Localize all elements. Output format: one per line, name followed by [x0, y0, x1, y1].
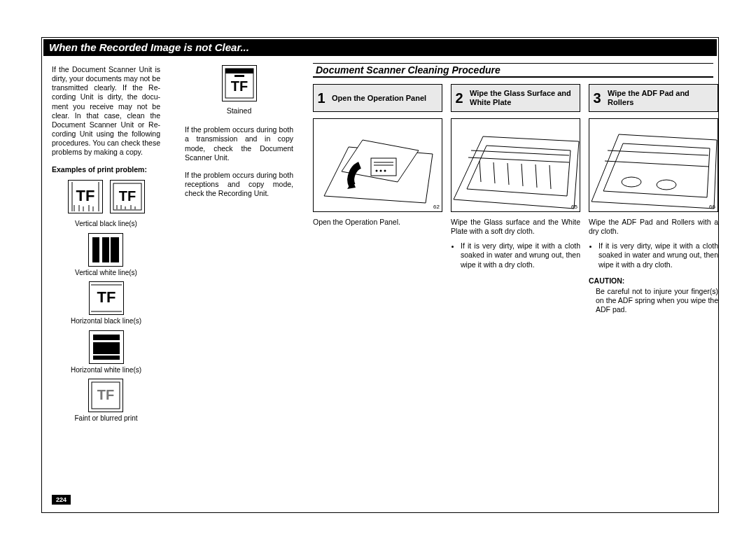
svg-text:TF: TF [230, 78, 247, 94]
steps-row: 1 Open the Operation Panel 62 Open the O… [313, 84, 718, 314]
hbl-label: Horizontal black line(s) [71, 317, 141, 326]
step-1-fignum: 62 [433, 204, 440, 210]
svg-rect-27 [93, 340, 120, 342]
svg-rect-26 [93, 335, 120, 360]
svg-rect-28 [93, 354, 120, 356]
step-2-body: Wipe the Glass surface and the White Pla… [451, 218, 580, 236]
step-2-title: Wipe the Glass Surface and White Plate [467, 85, 580, 111]
step-2-illustration [451, 119, 580, 212]
step-3-caution-body: Be careful not to injure your finger(s) … [589, 287, 718, 314]
example-faint: TF Faint or blurred print [74, 379, 137, 423]
faint-label: Faint or blurred print [74, 414, 137, 423]
step-2-bullet1: If it is very dirty, wipe it with a clot… [461, 241, 580, 269]
step-1-figure: 62 [313, 118, 442, 212]
svg-point-41 [376, 170, 378, 172]
svg-rect-35 [234, 75, 244, 77]
svg-rect-18 [92, 237, 119, 262]
section-header: Document Scanner Cleaning Procedure [313, 63, 713, 78]
col2-p1: If the problem occurs during both a tran… [185, 125, 293, 162]
col2: TF Stained If the problem occurs during … [185, 65, 293, 198]
svg-rect-19 [99, 237, 102, 262]
step-3-fignum: 66 [709, 204, 715, 210]
svg-rect-38 [371, 158, 396, 176]
col2-p2: If the problem occurs during both recept… [185, 171, 293, 198]
vwl-label: Vertical white line(s) [75, 269, 137, 278]
svg-point-42 [380, 170, 382, 172]
intro-column: If the Document Scanner Unit is dirty, y… [52, 65, 160, 423]
step-1-body: Open the Operation Panel. [313, 218, 442, 227]
step-3-bullet1: If it is very dirty, wipe it with a clot… [598, 241, 718, 269]
svg-point-62 [657, 180, 676, 190]
hwl-label: Horizontal white line(s) [71, 366, 141, 375]
step-3-num: 3 [589, 85, 605, 111]
svg-text:TF: TF [97, 387, 114, 402]
svg-rect-20 [109, 237, 111, 262]
vbl-icon: TF [68, 180, 103, 213]
hwl-icon [89, 330, 124, 364]
step-1-title: Open the Operation Panel [329, 85, 442, 111]
step-2-num: 2 [451, 85, 467, 111]
svg-marker-58 [603, 143, 710, 197]
example-horizontal-white-line: Horizontal white line(s) [71, 330, 141, 375]
page-number: 224 [52, 495, 71, 505]
step-2-figure: 65 [451, 118, 580, 212]
svg-text:TF: TF [97, 288, 115, 306]
step-2: 2 Wipe the Glass Surface and White Plate… [451, 84, 580, 314]
svg-rect-34 [225, 69, 253, 73]
svg-point-43 [384, 170, 386, 172]
intro-text: If the Document Scanner Unit is dirty, y… [52, 65, 160, 157]
vbl-icon-2: TF [110, 180, 145, 213]
examples-grid: TF TF [52, 180, 160, 423]
step-3-body: Wipe the ADF Pad and Rollers with a dry … [589, 218, 718, 236]
step-1: 1 Open the Operation Panel 62 Open the O… [313, 84, 442, 314]
section-header-text: Document Scanner Cleaning Procedure [313, 64, 713, 76]
stained-icon: TF [222, 65, 257, 101]
svg-point-61 [622, 177, 641, 187]
examples-header: Examples of print problem: [52, 165, 160, 174]
step-3-figure: 66 [589, 118, 718, 212]
step-3-illustration [589, 119, 718, 212]
step-3: 3 Wipe the ADF Pad and Rollers 66 Wipe t… [589, 84, 718, 314]
step-1-num: 1 [314, 85, 329, 111]
step-3-title: Wipe the ADF Pad and Rollers [605, 85, 718, 111]
svg-text:TF: TF [76, 187, 94, 204]
hbl-icon: TF [89, 281, 124, 315]
stained-label: Stained [185, 106, 293, 115]
step-2-fignum: 65 [571, 204, 578, 210]
example-vertical-black-line-2: TF [110, 180, 145, 213]
vbl-label: Vertical black line(s) [75, 220, 137, 229]
svg-text:TF: TF [118, 188, 135, 204]
example-vertical-black-line: TF [68, 180, 103, 213]
example-vertical-white-line: Vertical white line(s) [75, 233, 137, 278]
example-horizontal-black-line: TF Horizontal black line(s) [71, 281, 141, 326]
step-1-illustration [314, 119, 442, 212]
faint-icon: TF [88, 379, 123, 412]
step-3-caution-head: CAUTION: [589, 276, 718, 286]
vwl-icon [88, 233, 123, 267]
page-title: When the Recorded Image is not Clear... [43, 39, 717, 56]
